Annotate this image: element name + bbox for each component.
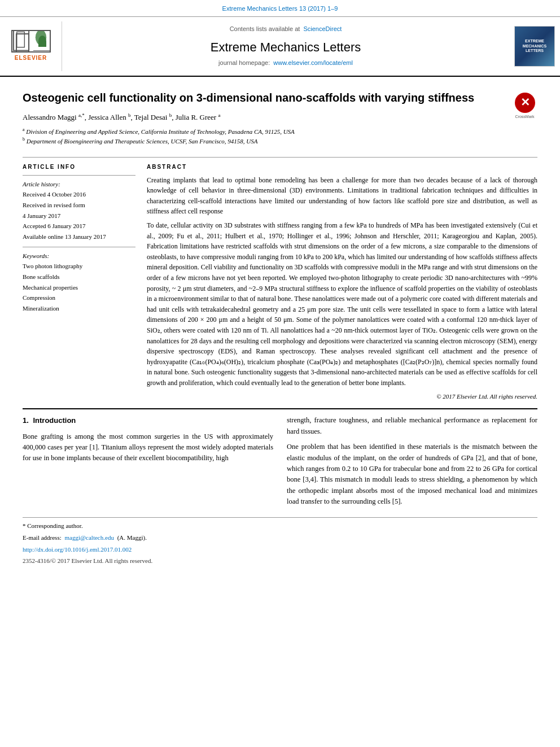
- introduction-section: 1. Introduction Bone grafting is among t…: [23, 415, 537, 512]
- received-date: Received 4 October 2016: [23, 189, 135, 200]
- elsevier-logo: ELSEVIER: [11, 30, 51, 63]
- intro-col2-p2: One problem that has been identified in …: [287, 442, 537, 507]
- abstract-p1: Creating implants that lead to optimal b…: [147, 175, 537, 217]
- journal-thumbnail-area: EXTREME MECHANICS LETTERS: [509, 21, 560, 71]
- journal-thumbnail: EXTREME MECHANICS LETTERS: [514, 26, 555, 67]
- authors-line: Alessandro Maggi a,*, Jessica Allen b, T…: [23, 112, 506, 123]
- keyword-2: Bone scaffolds: [23, 272, 135, 282]
- intro-col-left: 1. Introduction Bone grafting is among t…: [23, 415, 273, 512]
- svg-text:✕: ✕: [520, 96, 530, 108]
- crossmark-area: ✕ CrossMark: [512, 93, 537, 120]
- homepage-link[interactable]: www.elsevier.com/locate/eml: [273, 59, 353, 66]
- journal-bar: Extreme Mechanics Letters 13 (2017) 1–9: [0, 0, 560, 17]
- header: ELSEVIER Contents lists available at Sci…: [0, 17, 560, 77]
- homepage-text: journal homepage:: [218, 59, 270, 66]
- article-title-section: Osteogenic cell functionality on 3-dimen…: [23, 90, 537, 150]
- logo-graphic: [11, 30, 51, 53]
- email-suffix: (A. Maggi).: [117, 534, 147, 541]
- intro-col-right: strength, fracture toughness, and reliab…: [287, 415, 537, 512]
- email-line: E-mail address: maggi@caltech.edu (A. Ma…: [23, 533, 537, 543]
- intro-title: Introduction: [33, 416, 76, 425]
- divider-kw: [23, 247, 135, 247]
- section-divider: [23, 408, 537, 409]
- article-info-header: ARTICLE INFO: [23, 163, 135, 172]
- affiliations: a Division of Engineering and Applied Sc…: [23, 126, 506, 146]
- keyword-4: Compression: [23, 292, 135, 303]
- journal-title-header: Extreme Mechanics Letters: [211, 38, 361, 56]
- doi-line[interactable]: http://dx.doi.org/10.1016/j.eml.2017.01.…: [23, 545, 537, 555]
- email-label: E-mail address:: [23, 534, 62, 541]
- footnote-area: * Corresponding author. E-mail address: …: [23, 517, 537, 566]
- crossmark-label: CrossMark: [515, 114, 535, 120]
- svg-rect-0: [13, 30, 28, 51]
- abstract-text: Creating implants that lead to optimal b…: [147, 175, 537, 388]
- intro-heading: 1. Introduction: [23, 415, 273, 426]
- doi-link[interactable]: http://dx.doi.org/10.1016/j.eml.2017.01.…: [23, 546, 132, 553]
- homepage-line: journal homepage: www.elsevier.com/locat…: [218, 59, 353, 68]
- article-title: Osteogenic cell functionality on 3-dimen…: [23, 90, 506, 105]
- accepted-date: Accepted 6 January 2017: [23, 221, 135, 231]
- online-date: Available online 13 January 2017: [23, 231, 135, 242]
- abstract-header: ABSTRACT: [147, 163, 537, 172]
- article-title-text: Osteogenic cell functionality on 3-dimen…: [23, 90, 506, 150]
- contents-available-line: Contents lists available at ScienceDirec…: [230, 25, 342, 34]
- journal-thumb-text: EXTREME MECHANICS LETTERS: [523, 39, 546, 53]
- received-revised-label: Received in revised form: [23, 200, 135, 211]
- svg-point-2: [35, 30, 46, 45]
- copyright-notice: © 2017 Elsevier Ltd. All rights reserved…: [147, 392, 537, 401]
- keyword-5: Mineralization: [23, 303, 135, 314]
- info-abstract-cols: ARTICLE INFO Article history: Received 4…: [23, 163, 537, 401]
- sciencedirect-link[interactable]: ScienceDirect: [303, 25, 342, 32]
- divider-info: [23, 175, 135, 176]
- abstract-col: ABSTRACT Creating implants that lead to …: [147, 163, 537, 401]
- journal-citation: Extreme Mechanics Letters 13 (2017) 1–9: [222, 5, 338, 12]
- revised-date: 4 January 2017: [23, 211, 135, 221]
- page: Extreme Mechanics Letters 13 (2017) 1–9 …: [0, 0, 560, 747]
- history-label: Article history:: [23, 179, 135, 190]
- crossmark-icon: ✕: [515, 93, 535, 113]
- keyword-1: Two photon lithography: [23, 261, 135, 272]
- keywords-section: Keywords: Two photon lithography Bone sc…: [23, 251, 135, 314]
- journal-header-middle: Contents lists available at ScienceDirec…: [62, 21, 509, 71]
- issn-line: 2352-4316/© 2017 Elsevier Ltd. All right…: [23, 556, 537, 566]
- intro-col2-p1: strength, fracture toughness, and reliab…: [287, 415, 537, 437]
- intro-number: 1.: [23, 416, 29, 425]
- corresponding-author: * Corresponding author.: [23, 521, 537, 531]
- affiliation-a: Division of Engineering and Applied Scie…: [26, 128, 295, 134]
- elsevier-logo-area: ELSEVIER: [0, 21, 62, 71]
- keywords-label: Keywords:: [23, 251, 135, 261]
- contents-text: Contents lists available at: [230, 25, 300, 32]
- svg-rect-1: [16, 32, 24, 47]
- keyword-3: Mechanical properties: [23, 282, 135, 293]
- article-content: Osteogenic cell functionality on 3-dimen…: [0, 77, 560, 579]
- affiliation-b: Department of Bioengineering and Therape…: [27, 138, 258, 145]
- divider-1: [23, 157, 537, 158]
- abstract-p2: To date, cellular activity on 3D substra…: [147, 220, 537, 388]
- elsevier-name-label: ELSEVIER: [15, 54, 47, 63]
- article-info-col: ARTICLE INFO Article history: Received 4…: [23, 163, 135, 401]
- intro-p1: Bone grafting is among the most common s…: [23, 431, 273, 464]
- article-history: Article history: Received 4 October 2016…: [23, 179, 135, 242]
- email-link[interactable]: maggi@caltech.edu: [64, 534, 113, 541]
